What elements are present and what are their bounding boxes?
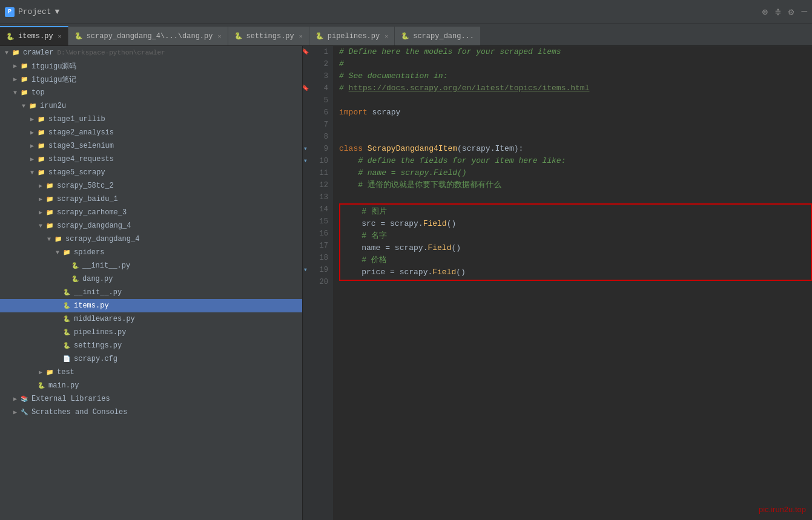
code-line-12: # 通俗的说就是你要下载的数据都有什么 [339,179,812,191]
tab-close-icon[interactable]: ✕ [385,33,388,40]
tree-item-label: settings.py [74,341,122,350]
tree-item-label: itguigu源码 [31,61,76,71]
tab-pipelines[interactable]: 🐍 pipelines.py ✕ [309,26,395,45]
tree-item-label: test [57,368,74,377]
indent [343,230,361,242]
code-content-area[interactable]: # Define here the models for your scrape… [333,46,812,520]
tree-item-path: D:\Workspace-python\crawler [57,49,165,56]
tree-item-stage2[interactable]: ▶ 📁 stage2_analysis [0,126,302,139]
tree-item-label: scrapy_dangdang_4 [57,222,131,230]
indent [343,266,361,278]
tree-item-label: __init__.py [74,288,122,297]
tree-item-label: irun2u [40,102,66,110]
line-num-20: 20 [303,276,328,288]
tree-item-dangdang-outer[interactable]: ▼ 📁 scrapy_dangdang_4 [0,219,302,232]
tab-close-icon[interactable]: ✕ [299,33,303,40]
tab-close-icon[interactable]: ✕ [58,33,62,40]
minimize-icon[interactable]: — [801,6,807,18]
title-bar-left: P Project ▼ [5,7,59,17]
tree-item-label: scrapy_dangdang_4 [65,235,139,243]
expand-arrow: ▼ [28,169,36,176]
tree-item-scrapy-carhome[interactable]: ▶ 📁 scrapy_carhome_3 [0,206,302,219]
expand-arrow: ▼ [53,249,62,256]
tree-item-dangdang-inner[interactable]: ▼ 📁 scrapy_dangdang_4 [0,232,302,246]
tab-scrapy-dang2[interactable]: 🐍 scrapy_dang... [395,26,481,45]
tree-item-init-inner[interactable]: ▶ 🐍 __init__.py [0,286,302,299]
tree-item-test[interactable]: ▶ 📁 test [0,366,302,379]
folder-icon: 📁 [19,88,29,97]
comment: # [339,82,349,94]
comment-cn: # 名字 [361,230,387,242]
comment: # name = scrapy.Field() [358,167,466,179]
tree-item-stage4[interactable]: ▶ 📁 stage4_requests [0,153,302,166]
tree-root[interactable]: ▼ 📁 crawler D:\Workspace-python\crawler [0,46,302,59]
py-file-icon: 🐍 [234,32,243,40]
indent [339,155,358,167]
tree-item-spiders[interactable]: ▼ 📁 spiders [0,246,302,259]
folder-icon: 📁 [36,168,46,177]
tree-item-pipelines[interactable]: ▶ 🐍 pipelines.py [0,326,302,339]
line-num-4: 🔖 4 [303,82,328,94]
expand-arrow: ▼ [45,236,53,243]
comment: # Define here the models for your scrape… [339,46,561,58]
code-text: () [456,266,466,278]
tree-item-label: dang.py [82,275,113,283]
expand-arrow: ▼ [2,50,11,56]
indent [343,218,361,230]
tab-items-py[interactable]: 🐍 items.py ✕ [0,26,68,45]
comment: # See documentation in: [339,70,447,82]
class-name: ScrapyDangdang4Item [368,143,457,155]
tree-item-external-libs[interactable]: ▶ 📚 External Libraries [0,392,302,406]
tree-item-scratches[interactable]: ▶ 🔧 Scratches and Consoles [0,406,302,419]
tab-settings[interactable]: 🐍 settings.py ✕ [228,26,309,45]
tree-item-irun2u[interactable]: ▼ 📁 irun2u [0,99,302,113]
tree-item-label: stage5_scrapy [48,168,105,177]
py-file-icon: 🐍 [62,315,71,323]
tree-item-stage5[interactable]: ▼ 📁 stage5_scrapy [0,166,302,179]
tab-close-icon[interactable]: ✕ [217,33,221,40]
bookmark-icon: 🔖 [303,46,309,58]
dropdown-icon[interactable]: ▼ [55,7,60,16]
tree-item-label: main.py [48,381,79,390]
code-line-3: # See documentation in: [339,70,812,82]
url-link[interactable]: https://docs.scrapy.org/en/latest/topics… [349,82,590,94]
tree-item-main-py[interactable]: ▶ 🐍 main.py [0,379,302,392]
code-line-2: # [339,58,812,70]
tab-scrapy-dang[interactable]: 🐍 scrapy_dangdang_4\...\dang.py ✕ [68,26,228,45]
line-num-11: 11 [303,167,328,179]
folder-icon: 📁 [28,102,38,110]
tree-item-stage1[interactable]: ▶ 📁 stage1_urllib [0,113,302,126]
tree-item-scrapy-baidu[interactable]: ▶ 📁 scrapy_baidu_1 [0,193,302,206]
tree-item-settings[interactable]: ▶ 🐍 settings.py [0,339,302,352]
tree-item-dang-py[interactable]: ▶ 🐍 dang.py [0,272,302,286]
comment-cn: # 通俗的说就是你要下载的数据都有什么 [358,179,501,191]
expand-arrow: ▶ [36,182,45,189]
line-num-19: ▼ 19 [303,264,328,276]
bookmark-icon: 🔖 [303,82,309,94]
line-num-10: ▼ 10 [303,155,328,167]
tree-item-items-py[interactable]: ▶ 🐍 items.py [0,299,302,312]
tree-item-label: pipelines.py [74,328,126,337]
ext-libs-icon: 📚 [19,395,29,403]
tree-item-itguigu-src[interactable]: ▶ 📁 itguigu源码 [0,59,302,73]
folder-icon: 📁 [62,248,71,257]
indent [343,242,361,254]
tree-item-top[interactable]: ▼ 📁 top [0,86,302,99]
code-line-19: price = scrapy. Field () [340,266,811,278]
gear-icon[interactable]: ⚙ [788,6,794,18]
expand-arrow: ▶ [11,409,19,416]
tree-item-scrapy58[interactable]: ▶ 📁 scrapy_58tc_2 [0,179,302,193]
tree-item-middlewares[interactable]: ▶ 🐍 middlewares.py [0,312,302,326]
comment: # [339,58,344,70]
tree-item-stage3[interactable]: ▶ 📁 stage3_selenium [0,139,302,153]
code-text: = scrapy. [376,218,423,230]
code-line-14: # 图片 [340,206,811,218]
globe-icon[interactable]: ⊕ [762,6,768,18]
expand-arrow: ▶ [11,76,19,83]
tree-item-itguigu-notes[interactable]: ▶ 📁 itguigu笔记 [0,73,302,86]
code-line-17: name = scrapy. Field () [340,242,811,254]
split-icon[interactable]: ≑ [775,6,781,18]
tree-item-scrapy-cfg[interactable]: ▶ 📄 scrapy.cfg [0,352,302,366]
tree-item-label: stage1_urllib [48,115,105,123]
tree-item-init-spiders[interactable]: ▶ 🐍 __init__.py [0,259,302,272]
